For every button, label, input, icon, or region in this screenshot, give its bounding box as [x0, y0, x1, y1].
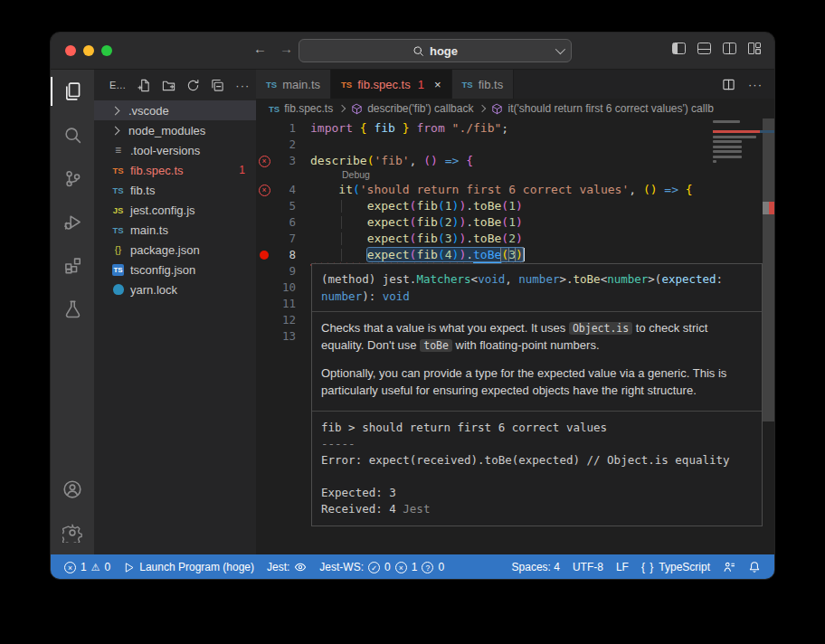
code-line-8: 8 expect(fib(4)).toBe(3) — [256, 247, 774, 263]
hover-range-highlight: expect(fib(4)).toBe(3) — [367, 248, 523, 261]
code-text: expect(fib(1)).toBe(1) — [296, 198, 523, 214]
code-token — [445, 121, 452, 135]
split-editor-icon[interactable] — [722, 78, 735, 91]
toggle-panel-icon[interactable] — [697, 43, 711, 54]
status-text: LF — [616, 561, 629, 573]
status-item-debug-launch[interactable]: Launch Program (hoge) — [117, 554, 261, 579]
status-item-problems[interactable]: ×1⚠0 — [58, 554, 117, 579]
tab-fib.ts[interactable]: TSfib.ts — [452, 70, 515, 99]
back-arrow-icon[interactable]: ← — [253, 41, 267, 56]
test-output-line: ----- — [321, 436, 753, 452]
activity-item-extensions[interactable] — [51, 243, 94, 287]
code-token: { — [466, 154, 473, 167]
settings-icon — [62, 523, 82, 543]
code-token: toBe — [473, 199, 501, 213]
ts-file-icon: TS — [269, 104, 280, 114]
activity-item-search[interactable] — [51, 113, 94, 156]
breadcrumb-item[interactable]: describe('fib') callback — [367, 102, 473, 115]
code-token: () — [643, 183, 658, 196]
scrollbar[interactable] — [763, 118, 774, 421]
status-item-jest[interactable]: Jest: — [261, 554, 313, 579]
explorer-toolbar: ··· — [138, 79, 250, 92]
ts-blue-icon: TS — [110, 185, 126, 195]
window-controls — [65, 45, 112, 56]
circle-q-icon: ? — [422, 561, 433, 574]
file-list: .vscodenode_modules≡.tool-versionsTSfib.… — [94, 100, 256, 299]
activity-item-testing[interactable] — [51, 287, 94, 330]
activity-item-settings[interactable] — [51, 511, 94, 554]
activity-item-source-control[interactable] — [51, 156, 94, 200]
breakpoint-icon[interactable] — [260, 251, 269, 260]
activity-item-account[interactable] — [51, 468, 94, 511]
collapse-all-icon[interactable] — [211, 79, 224, 92]
line-number: 1 — [272, 120, 296, 137]
line-number: 9 — [272, 263, 296, 279]
code-token: } — [403, 121, 410, 135]
code-token — [353, 121, 360, 135]
close-icon[interactable]: × — [434, 78, 441, 91]
status-item-language[interactable]: { }TypeScript — [635, 554, 716, 579]
status-item-jest-ws[interactable]: Jest-WS:✓0×1?0 — [313, 554, 450, 579]
status-text: 0 — [384, 561, 391, 573]
refresh-icon[interactable] — [186, 79, 200, 92]
code-editor[interactable]: 1import { fib } from "./fib";2×3describe… — [256, 118, 774, 554]
activity-item-explorer[interactable] — [51, 70, 94, 113]
file-item-main.ts[interactable]: TSmain.ts — [94, 220, 256, 240]
overview-current-line-marker — [760, 130, 774, 133]
status-item-indentation[interactable]: Spaces: 4 — [506, 554, 566, 579]
code-text: it('should return first 6 correct values… — [296, 182, 693, 198]
file-item-package.json[interactable]: {}package.json — [94, 240, 256, 260]
breadcrumb-item[interactable]: fib.spec.ts — [284, 102, 333, 115]
scrollbar-slider[interactable] — [763, 202, 769, 214]
status-item-eol[interactable]: LF — [610, 554, 635, 579]
status-item-notifications[interactable] — [742, 554, 767, 579]
codelens-debug[interactable]: Debug — [256, 169, 774, 182]
close-window-button[interactable] — [65, 45, 76, 56]
code-token: number — [607, 272, 648, 286]
status-item-feedback[interactable] — [716, 554, 742, 579]
toggle-sidebar-icon[interactable] — [672, 43, 686, 54]
code-token: 3 — [508, 248, 516, 261]
tab-fib.spec.ts[interactable]: TSfib.spec.ts1× — [331, 70, 452, 99]
code-token: , — [505, 272, 518, 286]
file-item-jest.config.js[interactable]: JSjest.config.js — [94, 200, 256, 220]
status-item-encoding[interactable]: UTF-8 — [566, 554, 610, 579]
command-center-search[interactable]: hoge — [299, 39, 572, 62]
code-token: void — [383, 289, 410, 303]
person-icon — [723, 561, 735, 573]
customize-layout-icon[interactable] — [748, 43, 762, 54]
new-file-icon[interactable] — [138, 79, 151, 92]
ts-file-icon: TS — [266, 80, 277, 90]
file-item-.tool-versions[interactable]: ≡.tool-versions — [94, 140, 256, 160]
eye-icon — [294, 561, 307, 573]
search-icon — [412, 45, 424, 57]
new-folder-icon[interactable] — [162, 79, 175, 92]
tab-main.ts[interactable]: TSmain.ts — [256, 70, 331, 99]
file-item-yarn.lock[interactable]: yarn.lock — [94, 279, 256, 299]
file-item-fib.spec.ts[interactable]: TSfib.spec.ts1 — [94, 160, 256, 180]
more-icon[interactable]: ··· — [235, 79, 250, 92]
chevron-down-icon[interactable] — [555, 44, 565, 54]
minimize-window-button[interactable] — [83, 45, 94, 56]
symbol-icon — [351, 103, 363, 115]
file-item-.vscode[interactable]: .vscode — [94, 100, 256, 120]
code-token: ( — [501, 199, 508, 213]
code-line-4: ×4 it('should return first 6 correct val… — [256, 182, 774, 198]
file-item-fib.ts[interactable]: TSfib.ts — [94, 180, 256, 200]
code-token: fib — [416, 199, 437, 213]
maximize-window-button[interactable] — [101, 45, 112, 56]
code-token: expect — [367, 215, 410, 229]
file-item-tsconfig.json[interactable]: TStsconfig.json — [94, 260, 256, 279]
more-icon[interactable]: ··· — [748, 76, 763, 92]
forward-arrow-icon[interactable]: → — [280, 41, 293, 56]
circle-x-icon: × — [64, 561, 76, 574]
toggle-secondary-sidebar-icon[interactable] — [723, 43, 736, 54]
activity-item-run-debug[interactable] — [51, 200, 94, 243]
ts-file-icon: TS — [462, 80, 473, 90]
code-text: expect(fib(2)).toBe(1) — [296, 214, 523, 231]
code-token: import — [310, 121, 353, 135]
file-item-node_modules[interactable]: node_modules — [94, 120, 256, 140]
code-token: > — [559, 272, 566, 286]
code-line-7: 7 expect(fib(3)).toBe(2) — [256, 231, 774, 247]
breadcrumb-item[interactable]: it('should return first 6 correct values… — [507, 102, 713, 115]
